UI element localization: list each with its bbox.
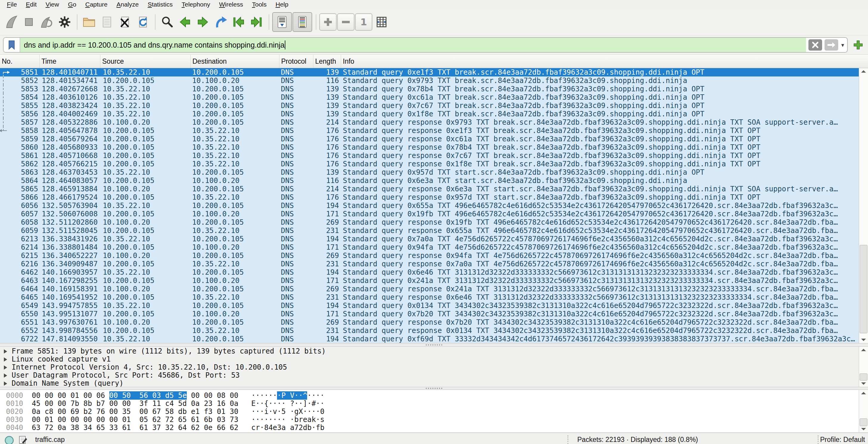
menu-view[interactable]: View bbox=[41, 1, 63, 8]
capture-comment-icon[interactable] bbox=[19, 435, 27, 444]
menu-go[interactable]: Go bbox=[63, 1, 81, 8]
packet-row[interactable]: 5864128.46408305710.200.0.10510.100.0.20… bbox=[0, 176, 859, 185]
zoom-in-button[interactable] bbox=[319, 13, 337, 31]
go-last-packet-button[interactable] bbox=[248, 13, 265, 31]
menu-telephony[interactable]: Telephony bbox=[177, 1, 215, 8]
menu-edit[interactable]: Edit bbox=[22, 1, 41, 8]
menu-analyze[interactable]: Analyze bbox=[112, 1, 143, 8]
close-file-button[interactable] bbox=[116, 13, 133, 31]
packet-row[interactable]: 5852128.40153474110.200.0.10510.100.0.20… bbox=[0, 76, 859, 85]
detail-tree-row[interactable]: Frame 5851: 139 bytes on wire (1112 bits… bbox=[0, 347, 859, 355]
hex-row[interactable]: 0020 0a c8 00 69 b2 76 00 35 00 67 58 db… bbox=[6, 408, 859, 416]
column-header-source[interactable]: Source bbox=[100, 55, 191, 68]
packet-row[interactable]: 6551143.99763076110.100.0.2010.200.0.105… bbox=[0, 318, 859, 327]
find-packet-button[interactable] bbox=[158, 13, 176, 31]
scroll-up-icon[interactable] bbox=[859, 347, 868, 353]
filter-dropdown-button[interactable]: ▾ bbox=[838, 38, 847, 52]
packet-row[interactable]: 5859128.40567926410.200.0.10510.35.22.10… bbox=[0, 135, 859, 143]
go-first-packet-button[interactable] bbox=[230, 13, 247, 31]
column-header-info[interactable]: Info bbox=[341, 55, 868, 68]
filter-clear-button[interactable] bbox=[808, 39, 822, 50]
hex-scrollbar[interactable] bbox=[859, 390, 868, 433]
packet-row[interactable]: 6057132.50607600810.200.0.10510.100.0.20… bbox=[0, 210, 859, 218]
packet-row[interactable]: 6550143.99513107710.200.0.10510.100.0.20… bbox=[0, 310, 859, 318]
scrollbar-thumb[interactable] bbox=[860, 418, 867, 426]
stop-capture-button[interactable] bbox=[20, 13, 37, 31]
column-header-time[interactable]: Time bbox=[40, 55, 100, 68]
column-header-no[interactable]: No. bbox=[0, 55, 40, 68]
save-file-button[interactable] bbox=[98, 13, 116, 31]
packet-row[interactable]: 6213136.33843192610.35.22.1010.200.0.105… bbox=[0, 235, 859, 243]
pane-splitter[interactable] bbox=[0, 343, 868, 347]
menu-tools[interactable]: Tools bbox=[248, 1, 271, 8]
packet-row[interactable]: 6465140.16954195210.200.0.10510.35.22.10… bbox=[0, 293, 859, 302]
restart-capture-button[interactable] bbox=[38, 13, 55, 31]
packet-row[interactable]: 5865128.46591388410.100.0.2010.200.0.105… bbox=[0, 185, 859, 193]
menu-statistics[interactable]: Statistics bbox=[143, 1, 177, 8]
packet-row[interactable]: 6058132.51120286010.100.0.2010.200.0.105… bbox=[0, 218, 859, 227]
profile-indicator[interactable]: Profile: Default bbox=[820, 436, 865, 444]
packet-row[interactable]: 6549143.99475785510.35.22.1010.200.0.105… bbox=[0, 302, 859, 310]
packet-row[interactable]: 5862128.40576621510.200.0.10510.35.22.10… bbox=[0, 160, 859, 168]
scroll-up-icon[interactable] bbox=[859, 390, 868, 397]
packet-row[interactable]: 5863128.46370345310.35.22.1010.200.0.105… bbox=[0, 168, 859, 176]
display-filter-input[interactable]: dns and ip.addr == 10.200.0.105 and dns.… bbox=[20, 38, 806, 52]
packet-row[interactable]: 5854128.40361012610.35.22.1010.200.0.105… bbox=[0, 93, 859, 101]
detail-tree-row[interactable]: Internet Protocol Version 4, Src: 10.35.… bbox=[0, 363, 859, 371]
packet-row[interactable]: 6464140.16915839110.100.0.2010.200.0.105… bbox=[0, 285, 859, 293]
zoom-out-button[interactable] bbox=[337, 13, 354, 31]
auto-scroll-toggle[interactable] bbox=[272, 12, 292, 32]
filter-apply-button[interactable] bbox=[825, 39, 838, 50]
packet-row[interactable]: 5855128.40382342410.35.22.1010.200.0.105… bbox=[0, 101, 859, 110]
scroll-down-icon[interactable] bbox=[859, 426, 868, 433]
capture-options-button[interactable] bbox=[56, 13, 73, 31]
packet-row[interactable]: 6056132.50576390410.35.22.1010.200.0.105… bbox=[0, 202, 859, 210]
scroll-down-icon[interactable] bbox=[859, 337, 868, 343]
go-back-button[interactable] bbox=[176, 13, 194, 31]
expander-icon[interactable] bbox=[4, 366, 7, 370]
packet-row[interactable]: 5851128.40104071110.35.22.1010.200.0.105… bbox=[0, 68, 859, 76]
expander-icon[interactable] bbox=[4, 373, 7, 378]
packet-row[interactable]: 6722147.81409355010.35.22.1010.200.0.105… bbox=[0, 335, 859, 343]
expander-icon[interactable] bbox=[4, 357, 7, 362]
packet-row[interactable]: 6216136.34090948710.200.0.10510.35.22.10… bbox=[0, 260, 859, 268]
packet-row[interactable]: 6215136.34065222710.100.0.2010.200.0.105… bbox=[0, 251, 859, 260]
expander-icon[interactable] bbox=[4, 381, 7, 386]
packet-list-scrollbar[interactable] bbox=[859, 68, 868, 343]
scroll-down-icon[interactable] bbox=[859, 380, 868, 387]
colorize-toggle[interactable] bbox=[292, 12, 312, 32]
hex-row[interactable]: 0000 00 00 00 01 00 06 00 50 56 03 d5 5e… bbox=[6, 391, 859, 400]
scroll-up-icon[interactable] bbox=[859, 68, 868, 75]
filter-add-button[interactable] bbox=[851, 38, 865, 52]
menu-capture[interactable]: Capture bbox=[81, 1, 112, 8]
packet-row[interactable]: 6462140.16690395710.35.22.1010.200.0.105… bbox=[0, 268, 859, 276]
expander-icon[interactable] bbox=[4, 349, 7, 353]
go-forward-button[interactable] bbox=[194, 13, 212, 31]
packet-row[interactable]: 5860128.40568093310.200.0.10510.35.22.10… bbox=[0, 143, 859, 151]
scrollbar-thumb[interactable] bbox=[860, 373, 867, 381]
column-header-destination[interactable]: Destination bbox=[191, 55, 279, 68]
packet-row[interactable]: 5866128.46617952410.200.0.10510.35.22.10… bbox=[0, 193, 859, 202]
packet-row[interactable]: 5856128.40400246910.35.22.1010.200.0.105… bbox=[0, 110, 859, 118]
detail-tree-row[interactable]: User Datagram Protocol, Src Port: 45686,… bbox=[0, 371, 859, 379]
packet-row[interactable]: 5861128.40571066810.200.0.10510.35.22.10… bbox=[0, 151, 859, 160]
filter-bookmark-button[interactable] bbox=[4, 38, 20, 52]
packet-row[interactable]: 6059132.51152804510.200.0.10510.35.22.10… bbox=[0, 227, 859, 235]
packet-row[interactable]: 6463140.16729825510.200.0.10510.100.0.20… bbox=[0, 276, 859, 285]
hex-row[interactable]: 0030 00 01 00 00 00 00 00 01 05 62 72 65… bbox=[6, 416, 859, 424]
packet-row[interactable]: 5858128.40564787810.200.0.10510.35.22.10… bbox=[0, 127, 859, 135]
packet-row[interactable]: 5857128.40532288610.100.0.2010.200.0.105… bbox=[0, 118, 859, 127]
resize-columns-button[interactable] bbox=[373, 13, 390, 31]
go-to-packet-button[interactable] bbox=[212, 13, 229, 31]
details-scrollbar[interactable] bbox=[859, 347, 868, 387]
menu-wireless[interactable]: Wireless bbox=[214, 1, 248, 8]
start-capture-button[interactable] bbox=[2, 13, 20, 31]
expert-info-icon[interactable] bbox=[5, 436, 14, 444]
menu-help[interactable]: Help bbox=[271, 1, 293, 8]
detail-tree-row[interactable]: Domain Name System (query) bbox=[0, 379, 859, 387]
hex-row[interactable]: 0010 45 00 00 7b 8b b7 00 00 3f 11 c4 5d… bbox=[6, 400, 859, 408]
scrollbar-thumb[interactable] bbox=[860, 245, 867, 333]
hex-row[interactable]: 0040 63 72 0a 38 34 65 33 61 61 37 32 64… bbox=[6, 424, 859, 432]
packet-row[interactable]: 6552143.99878455610.200.0.10510.35.22.10… bbox=[0, 327, 859, 335]
reload-file-button[interactable] bbox=[134, 13, 151, 31]
